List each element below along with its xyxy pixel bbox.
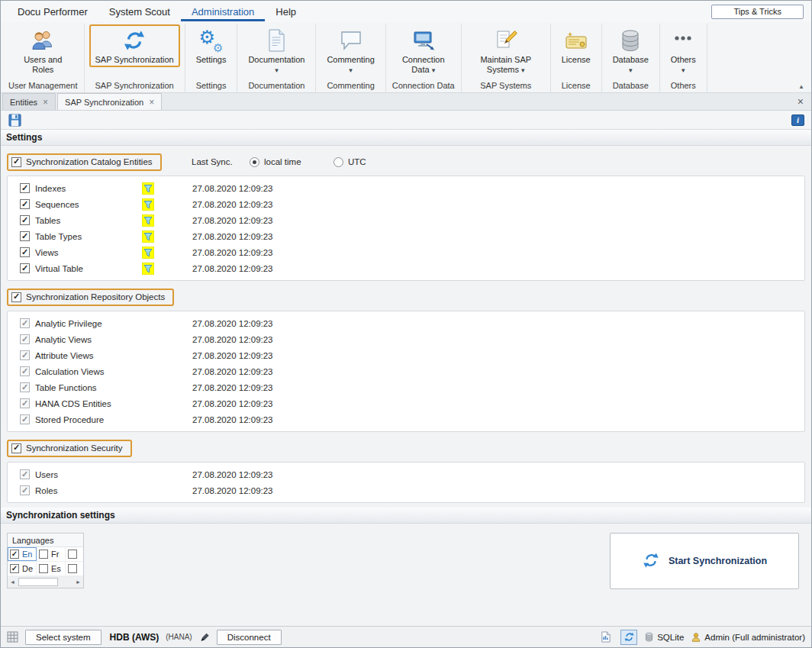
start-synchronization-button[interactable]: Start Synchronization	[610, 533, 799, 589]
app-window: Docu Performer System Scout Administrati…	[0, 0, 812, 648]
systems-grid-icon[interactable]	[7, 631, 18, 643]
security-title: Synchronization Security	[26, 443, 123, 453]
tab-label: Entities	[10, 98, 37, 107]
tab-close-icon[interactable]	[149, 98, 154, 107]
repository-group-head: Synchronization Repository Objects	[7, 285, 805, 308]
entity-checkbox	[20, 485, 30, 495]
maintain-sap-systems-button[interactable]: Maintain SAP Systems	[466, 24, 546, 78]
settings-gears-icon: ⚙⚙	[199, 28, 224, 53]
entity-checkbox[interactable]	[20, 215, 30, 225]
language-checkbox[interactable]	[68, 564, 77, 573]
save-icon[interactable]	[8, 113, 22, 127]
menu-help[interactable]: Help	[265, 2, 307, 21]
scroll-left-icon[interactable]	[8, 576, 18, 588]
settings-section-header: Settings	[1, 130, 811, 146]
menu-docu-performer[interactable]: Docu Performer	[7, 2, 98, 21]
entity-checkbox[interactable]	[20, 231, 30, 241]
license-icon	[564, 28, 588, 53]
settings-area: Synchronization Catalog Entities Last Sy…	[1, 146, 811, 508]
language-de[interactable]: De	[8, 562, 37, 575]
menu-system-scout[interactable]: System Scout	[98, 2, 181, 21]
pin-icon[interactable]	[199, 632, 210, 643]
documentation-button[interactable]: Documentation	[242, 24, 311, 77]
tab-entities[interactable]: Entities	[2, 93, 56, 110]
ribbon-group-database: Database Database	[602, 24, 660, 92]
others-button[interactable]: Others	[665, 24, 702, 77]
ribbon-button-label: Settings	[196, 55, 227, 64]
catalog-checkbox[interactable]	[11, 157, 21, 167]
tips-and-tricks-button[interactable]: Tips & Tricks	[711, 5, 804, 19]
filter-icon[interactable]	[142, 214, 154, 227]
language-label: En	[22, 550, 32, 559]
entity-label: Analytic Views	[35, 335, 92, 344]
language-checkbox[interactable]	[10, 550, 19, 559]
language-checkbox[interactable]	[10, 564, 19, 573]
close-document-icon[interactable]	[798, 95, 804, 108]
filter-icon[interactable]	[142, 231, 154, 243]
connection-data-button[interactable]: Connection Data	[391, 24, 456, 78]
user-status: Admin (Full administrator)	[691, 632, 805, 643]
security-checkbox-group[interactable]: Synchronization Security	[7, 440, 132, 457]
last-sync-time: 27.08.2020 12:09:23	[192, 486, 273, 495]
entity-checkbox[interactable]	[20, 183, 30, 193]
tab-sap-synchronization[interactable]: SAP Synchronization	[57, 93, 162, 110]
scroll-right-icon[interactable]	[73, 576, 83, 588]
language-fr[interactable]: Fr	[37, 547, 66, 561]
catalog-group-head: Synchronization Catalog Entities Last Sy…	[7, 150, 805, 173]
collapse-ribbon-icon[interactable]	[796, 80, 807, 89]
sap-synchronization-button[interactable]: SAP Synchronization	[89, 24, 180, 67]
entity-checkbox	[20, 334, 30, 344]
security-row: Users 27.08.2020 12:09:23	[8, 466, 804, 482]
document-tabbar: Entities SAP Synchronization	[1, 93, 811, 111]
settings-button[interactable]: ⚙⚙ Settings	[190, 24, 233, 67]
language-extra[interactable]	[66, 562, 83, 575]
scroll-thumb[interactable]	[18, 578, 58, 586]
local-time-radio[interactable]: local time	[250, 157, 301, 167]
last-sync-time: 27.08.2020 12:09:23	[192, 383, 273, 392]
repository-row: Table Functions 27.08.2020 12:09:23	[8, 379, 804, 395]
entity-checkbox	[20, 318, 30, 328]
sync-icon	[122, 28, 147, 53]
sync-status-icon[interactable]	[620, 630, 637, 645]
entity-checkbox[interactable]	[20, 199, 30, 209]
menu-administration[interactable]: Administration	[181, 2, 265, 21]
filter-icon[interactable]	[142, 247, 154, 259]
language-extra[interactable]	[66, 547, 83, 561]
report-icon[interactable]	[597, 630, 614, 645]
entity-checkbox[interactable]	[20, 247, 30, 257]
tab-close-icon[interactable]	[43, 98, 48, 107]
filter-icon[interactable]	[142, 198, 154, 211]
utc-radio[interactable]: UTC	[334, 157, 366, 167]
license-button[interactable]: License	[556, 24, 597, 67]
language-checkbox[interactable]	[39, 564, 48, 573]
entity-label: Analytic Privilege	[35, 319, 102, 328]
language-checkbox[interactable]	[39, 550, 48, 559]
commenting-button[interactable]: Commenting	[321, 24, 380, 77]
filter-icon[interactable]	[142, 182, 154, 195]
language-es[interactable]: Es	[37, 562, 66, 575]
last-sync-time: 27.08.2020 12:09:23	[192, 415, 273, 424]
security-checkbox[interactable]	[11, 443, 21, 453]
document-icon	[264, 28, 288, 53]
disconnect-button[interactable]: Disconnect	[217, 630, 282, 645]
info-icon[interactable]	[791, 114, 804, 126]
language-checkbox[interactable]	[68, 550, 77, 559]
repository-checkbox-group[interactable]: Synchronization Repository Objects	[7, 289, 174, 306]
entity-label: Views	[35, 248, 58, 257]
database-button[interactable]: Database	[607, 24, 655, 77]
radio-label: local time	[264, 157, 301, 166]
entity-label: Table Functions	[35, 383, 97, 392]
select-system-button[interactable]: Select system	[25, 630, 102, 645]
entity-checkbox[interactable]	[20, 263, 30, 273]
catalog-row: Indexes 27.08.2020 12:09:23	[8, 180, 804, 196]
languages-scrollbar[interactable]	[8, 576, 83, 588]
entity-label: HANA CDS Entities	[35, 399, 111, 408]
filter-icon[interactable]	[142, 263, 154, 275]
language-en[interactable]: En	[8, 547, 37, 561]
repository-checkbox[interactable]	[11, 292, 21, 302]
users-and-roles-button[interactable]: Users and Roles	[12, 24, 73, 77]
connected-system-type: (HANA)	[166, 633, 192, 641]
catalog-checkbox-group[interactable]: Synchronization Catalog Entities	[7, 153, 162, 171]
security-group-head: Synchronization Security	[7, 437, 805, 459]
ribbon-button-label: Users and Roles	[24, 55, 62, 74]
